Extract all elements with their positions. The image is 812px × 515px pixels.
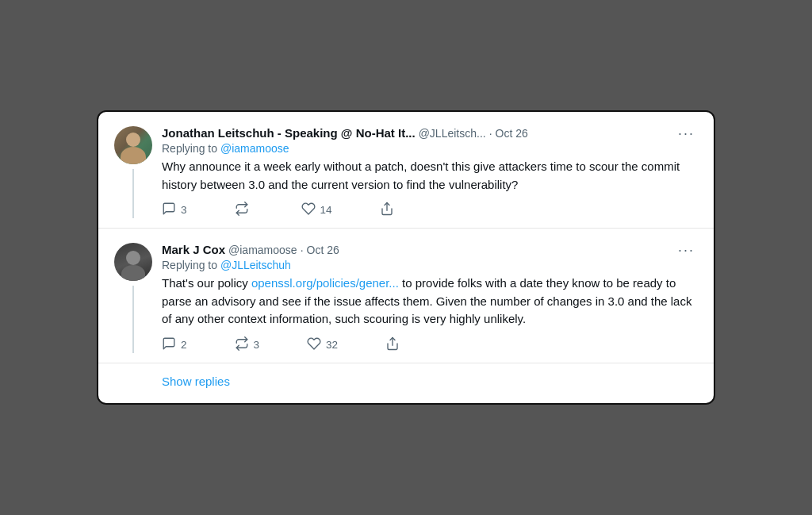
tweet-date-1: Oct 26: [496, 127, 528, 140]
more-button-1[interactable]: ···: [675, 126, 698, 140]
like-action-1[interactable]: 14: [301, 202, 332, 218]
tweet-date-2: Oct 26: [307, 244, 339, 256]
like-count-1: 14: [320, 204, 332, 216]
tweet-2: Mark J Cox @iamamoose · Oct 26 ··· Reply…: [98, 229, 714, 363]
dot-sep-1: ·: [489, 127, 492, 140]
reply-icon-2: [162, 336, 176, 353]
avatar-mark: [114, 243, 152, 281]
like-icon-2: [307, 336, 321, 353]
tweet-text-part-1: That's our policy: [162, 276, 251, 290]
share-action-1[interactable]: [380, 202, 394, 218]
tweet-header-1: Jonathan Leitschuh - Speaking @ No-Hat I…: [162, 126, 698, 140]
tweet-1: Jonathan Leitschuh - Speaking @ No-Hat I…: [98, 112, 714, 229]
tweet-meta-2: Mark J Cox @iamamoose · Oct 26: [162, 243, 339, 256]
retweet-count-2: 3: [254, 339, 260, 351]
replying-to-2: Replying to @JLLeitschuh: [162, 259, 698, 271]
author-handle-2: @iamamoose: [228, 244, 297, 256]
tweet-actions-1: 3 14: [162, 202, 698, 218]
reply-action-1[interactable]: 3: [162, 202, 187, 218]
tweet-content-2: Mark J Cox @iamamoose · Oct 26 ··· Reply…: [162, 243, 698, 353]
retweet-icon-1: [235, 202, 249, 218]
author-name-1: Jonathan Leitschuh - Speaking @ No-Hat I…: [162, 126, 416, 140]
reply-action-2[interactable]: 2: [162, 336, 187, 353]
tweet-text-1: Why announce it a week early without a p…: [162, 158, 698, 194]
share-icon-2: [385, 336, 400, 353]
like-action-2[interactable]: 32: [307, 336, 338, 353]
dot-sep-2: ·: [301, 244, 304, 256]
tweet-header-2: Mark J Cox @iamamoose · Oct 26 ···: [162, 243, 698, 257]
tweet-text-2: That's our policy openssl.org/policies/g…: [162, 275, 698, 329]
tweet-card: Jonathan Leitschuh - Speaking @ No-Hat I…: [97, 110, 715, 405]
like-count-2: 32: [326, 339, 338, 351]
thread-line-2: [132, 286, 134, 353]
like-icon-1: [301, 202, 316, 218]
replying-to-link-2[interactable]: @JLLeitschuh: [220, 259, 291, 271]
tweet-link-1[interactable]: openssl.org/policies/gener...: [251, 276, 399, 290]
show-replies-button[interactable]: Show replies: [162, 375, 230, 388]
retweet-action-1[interactable]: [235, 202, 254, 218]
avatar-col-2: [114, 243, 152, 353]
reply-count-1: 3: [181, 204, 187, 216]
reply-count-2: 2: [181, 339, 187, 351]
replying-to-1: Replying to @iamamoose: [162, 142, 698, 155]
replying-to-label-1: Replying to: [162, 142, 217, 155]
tweet-content-1: Jonathan Leitschuh - Speaking @ No-Hat I…: [162, 126, 698, 218]
avatar-jonathan: [114, 126, 152, 164]
share-icon-1: [380, 202, 394, 218]
retweet-action-2[interactable]: 3: [235, 336, 260, 353]
author-handle-1: @JLLeitsch...: [419, 127, 486, 140]
show-replies-section: Show replies: [98, 363, 714, 403]
tweet-actions-2: 2 3 32: [162, 336, 698, 353]
more-button-2[interactable]: ···: [675, 243, 698, 257]
author-name-2: Mark J Cox: [162, 243, 225, 256]
retweet-icon-2: [235, 336, 249, 353]
thread-line-1: [132, 169, 134, 218]
replying-to-link-1[interactable]: @iamamoose: [220, 142, 289, 155]
replying-to-label-2: Replying to: [162, 259, 217, 271]
tweet-meta-1: Jonathan Leitschuh - Speaking @ No-Hat I…: [162, 126, 528, 140]
avatar-col-1: [114, 126, 152, 218]
reply-icon-1: [162, 202, 176, 218]
share-action-2[interactable]: [385, 336, 400, 353]
